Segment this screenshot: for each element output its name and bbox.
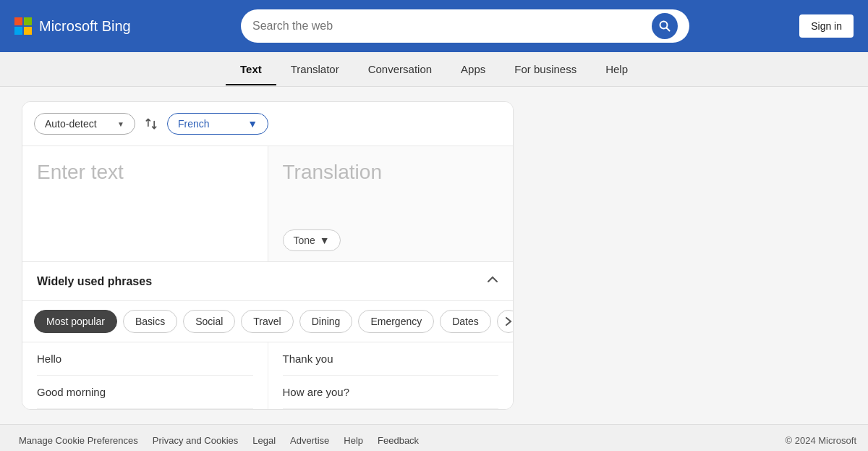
phrase-col-left-2: Good morning bbox=[37, 376, 268, 409]
nav-item-translator[interactable]: Translator bbox=[276, 53, 354, 85]
nav-item-help[interactable]: Help bbox=[591, 53, 642, 85]
search-bar bbox=[241, 9, 689, 43]
swap-languages-button[interactable] bbox=[135, 112, 167, 135]
tone-button[interactable]: Tone ▼ bbox=[283, 229, 341, 251]
language-header: Auto-detect ▼ French ▼ bbox=[22, 102, 513, 146]
phrases-section: Widely used phrases Most popular Basics … bbox=[22, 262, 513, 409]
category-basics[interactable]: Basics bbox=[123, 310, 177, 333]
main-content: Auto-detect ▼ French ▼ Enter text Transl… bbox=[0, 87, 868, 424]
phrases-title: Widely used phrases bbox=[37, 275, 152, 288]
source-language-label: Auto-detect bbox=[45, 118, 97, 130]
category-emergency[interactable]: Emergency bbox=[358, 310, 434, 333]
microsoft-logo bbox=[14, 17, 32, 35]
logo-text: Microsoft Bing bbox=[39, 18, 131, 35]
target-text-area: Translation Tone ▼ bbox=[268, 146, 514, 261]
phrase-col-right-2: How are you? bbox=[268, 376, 499, 409]
translation-placeholder: Translation bbox=[283, 161, 382, 183]
phrases-row-2: Good morning How are you? bbox=[37, 376, 498, 409]
target-language-selector[interactable]: French ▼ bbox=[167, 113, 268, 135]
chevron-right-icon bbox=[505, 316, 512, 326]
search-bar-container bbox=[241, 9, 689, 43]
phrase-how-are-you[interactable]: How are you? bbox=[283, 376, 499, 409]
category-dining[interactable]: Dining bbox=[299, 310, 353, 333]
source-text-area[interactable]: Enter text bbox=[22, 146, 268, 261]
category-most-popular[interactable]: Most popular bbox=[34, 310, 117, 333]
search-button[interactable] bbox=[652, 13, 678, 39]
category-social[interactable]: Social bbox=[183, 310, 235, 333]
footer-manage-cookies[interactable]: Manage Cookie Preferences bbox=[12, 435, 145, 446]
phrase-thank-you[interactable]: Thank you bbox=[283, 342, 499, 376]
svg-line-1 bbox=[666, 28, 669, 31]
phrases-header: Widely used phrases bbox=[22, 262, 513, 301]
phrases-row-1: Hello Thank you bbox=[37, 342, 498, 376]
footer-legal[interactable]: Legal bbox=[245, 435, 283, 446]
tone-chevron-icon: ▼ bbox=[320, 235, 330, 246]
swap-icon bbox=[144, 117, 158, 131]
collapse-phrases-button[interactable] bbox=[487, 274, 498, 289]
footer-help[interactable]: Help bbox=[336, 435, 370, 446]
translation-area: Enter text Translation Tone ▼ bbox=[22, 146, 513, 262]
source-placeholder: Enter text bbox=[37, 161, 124, 183]
target-chevron-icon: ▼ bbox=[247, 118, 258, 130]
header: Microsoft Bing Sign in bbox=[0, 0, 868, 52]
nav-item-text[interactable]: Text bbox=[226, 53, 276, 85]
copyright: © 2024 Microsoft bbox=[786, 435, 856, 446]
search-icon bbox=[659, 20, 671, 32]
source-chevron-icon: ▼ bbox=[117, 120, 124, 128]
footer-feedback[interactable]: Feedback bbox=[370, 435, 426, 446]
nav-item-conversation[interactable]: Conversation bbox=[354, 53, 446, 85]
phrase-col-left: Hello bbox=[37, 342, 268, 376]
footer-privacy-cookies[interactable]: Privacy and Cookies bbox=[145, 435, 246, 446]
source-language-selector[interactable]: Auto-detect ▼ bbox=[34, 113, 135, 135]
footer: Manage Cookie Preferences Privacy and Co… bbox=[0, 424, 868, 451]
sign-in-button[interactable]: Sign in bbox=[799, 14, 854, 38]
category-dates[interactable]: Dates bbox=[440, 310, 491, 333]
target-language-label: French bbox=[178, 118, 210, 130]
logo-link[interactable]: Microsoft Bing bbox=[14, 17, 131, 35]
chevron-up-icon bbox=[487, 274, 498, 285]
phrase-good-morning[interactable]: Good morning bbox=[37, 376, 253, 409]
nav-item-apps[interactable]: Apps bbox=[446, 53, 500, 85]
nav-item-for-business[interactable]: For business bbox=[500, 53, 591, 85]
footer-advertise[interactable]: Advertise bbox=[283, 435, 336, 446]
search-input[interactable] bbox=[252, 20, 644, 33]
phrases-list: Hello Thank you Good morning How are you… bbox=[22, 342, 513, 409]
phrases-categories: Most popular Basics Social Travel Dining… bbox=[22, 301, 513, 342]
main-nav: Text Translator Conversation Apps For bu… bbox=[0, 52, 868, 87]
category-travel[interactable]: Travel bbox=[241, 310, 293, 333]
translator-container: Auto-detect ▼ French ▼ Enter text Transl… bbox=[22, 101, 514, 410]
phrase-col-right: Thank you bbox=[268, 342, 499, 376]
phrase-hello[interactable]: Hello bbox=[37, 342, 253, 376]
categories-next-button[interactable] bbox=[497, 310, 513, 333]
